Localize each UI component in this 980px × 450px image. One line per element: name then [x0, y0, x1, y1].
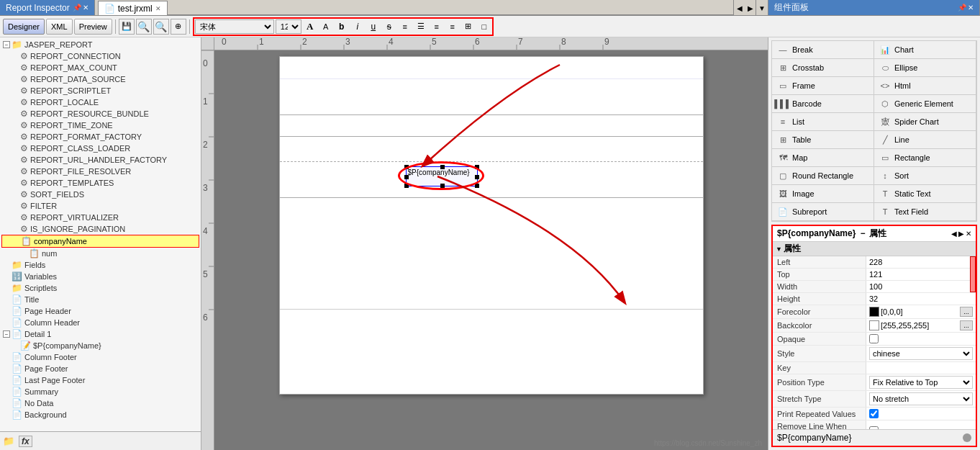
- element-item-spider_chart[interactable]: 🕸Spider Chart: [874, 113, 976, 131]
- element-item-break[interactable]: —Break: [772, 41, 874, 59]
- save-btn[interactable]: 💾: [119, 19, 135, 35]
- tree-item-page_header[interactable]: 📄Page Header: [1, 305, 199, 317]
- props-checkbox-12[interactable]: [869, 426, 879, 430]
- tree-item-report_time_zone[interactable]: ⚙REPORT_TIME_ZONE: [1, 120, 199, 131]
- align-center-btn[interactable]: ☰: [414, 19, 428, 34]
- tree-item-scriptlets[interactable]: 📁Scriptlets: [1, 282, 199, 294]
- handle-ml[interactable]: [404, 175, 409, 179]
- zoom-in-btn[interactable]: 🔍: [153, 19, 169, 35]
- right-panel-toggle[interactable]: ▼: [756, 0, 768, 16]
- props-value-9[interactable]: Fix Relative to TopFloat: [866, 374, 976, 390]
- align-left-btn[interactable]: ≡: [398, 19, 412, 34]
- zoom-reset-btn[interactable]: ⊕: [171, 19, 186, 35]
- props-checkbox-6[interactable]: [869, 334, 879, 343]
- bold-btn[interactable]: b: [335, 19, 349, 34]
- italic-btn[interactable]: i: [350, 19, 365, 34]
- props-section-header[interactable]: ▼ 属性: [773, 242, 976, 256]
- props-value-5[interactable]: [255,255,255]...: [866, 319, 976, 332]
- preview-btn[interactable]: Preview: [74, 19, 112, 35]
- tree-item-filter[interactable]: ⚙FILTER: [1, 200, 199, 212]
- props-value-11[interactable]: [866, 408, 976, 420]
- tree-item-title[interactable]: 📄Title: [1, 294, 199, 305]
- props-input-1[interactable]: [869, 270, 973, 279]
- handle-tl[interactable]: [404, 165, 409, 169]
- element-item-table[interactable]: ⊞Table: [772, 131, 874, 149]
- props-select-10[interactable]: No stretchRelative to band height: [869, 392, 973, 405]
- color-pick-btn-4[interactable]: ...: [960, 307, 973, 317]
- tree-item-page_footer[interactable]: 📄Page Footer: [1, 363, 199, 374]
- props-checkbox-11[interactable]: [869, 409, 879, 418]
- tree-item-no_data[interactable]: 📄No Data: [1, 397, 199, 409]
- tree-item-column_footer[interactable]: 📄Column Footer: [1, 351, 199, 363]
- element-item-image[interactable]: 🖼Image: [772, 185, 874, 203]
- props-select-7[interactable]: chinesedefault: [869, 347, 973, 360]
- tree-item-report_format_factory[interactable]: ⚙REPORT_FORMAT_FACTORY: [1, 131, 199, 143]
- tree-item-fields[interactable]: 📁Fields: [1, 259, 199, 271]
- props-value-1[interactable]: [866, 269, 976, 280]
- add-folder-icon[interactable]: 📁: [3, 436, 14, 446]
- handle-mr[interactable]: [475, 175, 479, 179]
- nav-next[interactable]: ▶: [745, 0, 756, 16]
- element-item-text_field[interactable]: TText Field: [874, 203, 976, 221]
- tree-item-variables[interactable]: 🔢Variables: [1, 271, 199, 282]
- tree-item-summary[interactable]: 📄Summary: [1, 386, 199, 397]
- element-item-rectangle[interactable]: ▭Rectangle: [874, 149, 976, 167]
- tree-item-report_virtualizer[interactable]: ⚙REPORT_VIRTUALIZER: [1, 212, 199, 223]
- element-item-crosstab[interactable]: ⊞Crosstab: [772, 59, 874, 77]
- props-section-toggle[interactable]: ▼: [776, 246, 782, 253]
- tree-item-companyname_field[interactable]: 📝$P{companyName}: [1, 340, 199, 351]
- element-item-sort[interactable]: ↕Sort: [874, 167, 976, 185]
- props-close[interactable]: ✕: [966, 230, 971, 238]
- tree-item-sort_fields[interactable]: ⚙SORT_FIELDS: [1, 189, 199, 200]
- props-input-0[interactable]: [869, 258, 973, 266]
- comp-pin[interactable]: 📌: [958, 4, 966, 12]
- tree-item-column_header[interactable]: 📄Column Header: [1, 317, 199, 328]
- tree-item-report_max_count[interactable]: ⚙REPORT_MAX_COUNT: [1, 62, 199, 73]
- tree-item-background[interactable]: 📄Background: [1, 409, 199, 420]
- strikethrough-btn[interactable]: s: [382, 19, 396, 34]
- border-none-btn[interactable]: □: [477, 19, 491, 34]
- props-nav-next[interactable]: ▶: [958, 230, 964, 238]
- props-value-0[interactable]: [866, 256, 976, 268]
- fx-icon[interactable]: fx: [19, 436, 32, 447]
- element-item-subreport[interactable]: 📄Subreport: [772, 203, 874, 221]
- handle-bl[interactable]: [404, 184, 409, 188]
- border-all-btn[interactable]: ⊞: [461, 19, 476, 34]
- tab-test-jrxml-close[interactable]: ✕: [155, 5, 161, 12]
- report-inspector-close[interactable]: ✕: [83, 4, 89, 12]
- tree-item-is_ignore_pagination[interactable]: ⚙IS_IGNORE_PAGINATION: [1, 223, 199, 235]
- props-select-9[interactable]: Fix Relative to TopFloat: [869, 376, 973, 389]
- props-value-2[interactable]: [866, 281, 976, 292]
- props-value-12[interactable]: [866, 420, 976, 429]
- designer-btn[interactable]: Designer: [3, 19, 45, 35]
- comp-close[interactable]: ✕: [968, 4, 974, 12]
- element-item-static_text[interactable]: TStatic Text: [874, 185, 976, 203]
- props-value-7[interactable]: chinesedefault: [866, 346, 976, 361]
- handle-bc[interactable]: [440, 184, 445, 188]
- element-item-frame[interactable]: ▭Frame: [772, 77, 874, 95]
- tree-item-num_param[interactable]: 📋num: [1, 248, 199, 259]
- align-justify-btn[interactable]: ≡: [445, 19, 460, 34]
- align-right-btn[interactable]: ≡: [430, 19, 444, 34]
- tree-item-detail1[interactable]: −📄Detail 1: [1, 328, 199, 340]
- tree-item-report_scriptlet[interactable]: ⚙REPORT_SCRIPTLET: [1, 85, 199, 96]
- zoom-out-btn[interactable]: 🔍: [136, 19, 152, 35]
- tab-test-jrxml[interactable]: 📄 test.jrxml ✕: [98, 1, 168, 15]
- tree-item-last_page_footer[interactable]: 📄Last Page Footer: [1, 374, 199, 386]
- tree-item-companyname_param[interactable]: 📋companyName: [1, 235, 199, 248]
- props-nav-prev[interactable]: ◀: [951, 230, 957, 238]
- tree-item-report_data_source[interactable]: ⚙REPORT_DATA_SOURCE: [1, 73, 199, 85]
- handle-tc[interactable]: [440, 165, 445, 169]
- handle-tr[interactable]: [475, 165, 479, 169]
- tree-item-report_resource_bundle[interactable]: ⚙REPORT_RESOURCE_BUNDLE: [1, 108, 199, 120]
- tree-item-report_file_resolver[interactable]: ⚙REPORT_FILE_RESOLVER: [1, 166, 199, 177]
- element-item-line[interactable]: ╱Line: [874, 131, 976, 149]
- xml-btn[interactable]: XML: [46, 19, 73, 35]
- props-input-3[interactable]: [869, 294, 973, 303]
- element-item-ellipse[interactable]: ⬭Ellipse: [874, 59, 976, 77]
- small-a-btn[interactable]: A: [319, 19, 333, 34]
- tree-item-jasper_report[interactable]: −📁JASPER_REPORT: [1, 39, 199, 50]
- props-value-10[interactable]: No stretchRelative to band height: [866, 391, 976, 407]
- font-family-select[interactable]: 宋体: [195, 19, 274, 34]
- canvas-text-element[interactable]: $P{companyName}: [406, 166, 478, 186]
